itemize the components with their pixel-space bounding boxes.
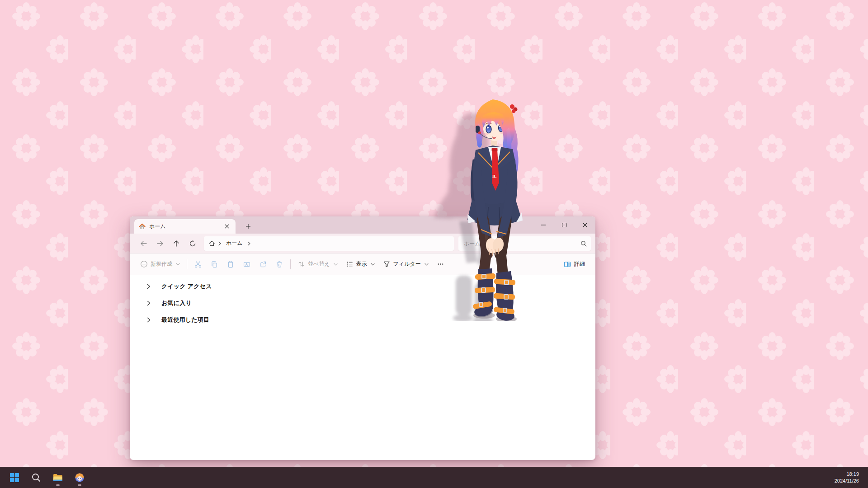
home-tab-icon [139, 223, 146, 230]
copy-icon [210, 260, 218, 268]
breadcrumb-segment-home[interactable]: ホーム [224, 239, 245, 248]
details-label: 詳細 [574, 260, 585, 268]
close-icon [225, 224, 229, 229]
new-item-label: 新規作成 [151, 260, 172, 268]
home-icon [208, 240, 215, 247]
refresh-button[interactable] [185, 236, 200, 251]
chevron-down-icon [371, 263, 375, 266]
sort-button[interactable]: 並べ替え [293, 257, 342, 272]
taskbar-search-button[interactable] [27, 469, 45, 487]
trash-icon [275, 260, 283, 268]
taskbar-clock[interactable]: 18:19 2024/11/26 [835, 471, 863, 484]
clock-date: 2024/11/26 [835, 478, 859, 484]
paste-icon [226, 260, 235, 268]
chevron-right-icon [218, 241, 222, 246]
arrow-left-icon [140, 240, 147, 247]
share-icon [259, 260, 267, 268]
filter-funnel-icon [383, 260, 391, 268]
details-pane-icon [563, 260, 571, 268]
file-explorer-icon [52, 473, 63, 483]
mascot-app-icon [74, 472, 85, 483]
group-label: お気に入り [161, 299, 192, 307]
new-item-button[interactable]: 新規作成 [136, 257, 184, 272]
clock-time: 18:19 [835, 471, 859, 478]
plus-circle-icon [140, 260, 148, 268]
rename-icon [243, 260, 251, 268]
windows-logo-icon [9, 473, 19, 483]
share-button[interactable] [255, 257, 271, 272]
taskbar: 18:19 2024/11/26 [0, 467, 868, 488]
view-list-icon [346, 260, 354, 268]
group-label: クイック アクセス [161, 282, 212, 291]
new-tab-button[interactable] [242, 220, 255, 233]
rename-button[interactable] [239, 257, 255, 272]
details-pane-button[interactable]: 詳細 [559, 257, 589, 272]
toolbar-separator [290, 259, 291, 269]
explorer-tab-home[interactable]: ホーム [134, 219, 236, 234]
copy-button[interactable] [206, 257, 222, 272]
toolbar-separator [187, 259, 187, 269]
view-button[interactable]: 表示 [342, 257, 379, 272]
sort-label: 並べ替え [308, 260, 330, 268]
filter-label: フィルター [393, 260, 421, 268]
tie-emblem: IL [492, 174, 497, 178]
chevron-right-icon [247, 241, 251, 246]
chevron-down-icon [176, 263, 180, 266]
search-icon [580, 240, 587, 247]
filter-button[interactable]: フィルター [379, 257, 433, 272]
cut-icon [194, 260, 202, 268]
taskbar-icons [5, 469, 89, 487]
tab-close-button[interactable] [223, 222, 231, 230]
mascot-boots [472, 268, 515, 321]
refresh-icon [189, 240, 196, 247]
arrow-up-icon [173, 240, 180, 247]
view-label: 表示 [356, 260, 367, 268]
start-button[interactable] [5, 469, 24, 487]
search-icon [31, 473, 41, 483]
delete-button[interactable] [271, 257, 288, 272]
mascot-blush [484, 133, 488, 136]
close-window-button[interactable] [575, 216, 595, 234]
chevron-right-icon [146, 284, 151, 289]
back-button[interactable] [136, 236, 151, 251]
running-indicator [56, 484, 60, 486]
taskbar-mascot-app-button[interactable] [71, 469, 89, 487]
chevron-right-icon [146, 300, 151, 306]
up-button[interactable] [169, 236, 184, 251]
address-bar[interactable]: ホーム [204, 236, 454, 251]
taskbar-file-explorer-button[interactable] [49, 469, 67, 487]
tab-title: ホーム [149, 223, 219, 230]
running-indicator [78, 484, 81, 486]
maximize-icon [561, 222, 567, 228]
plus-icon [245, 224, 251, 229]
arrow-right-icon [156, 240, 164, 247]
chevron-right-icon [146, 317, 151, 323]
sort-icon [297, 260, 305, 268]
forward-button[interactable] [152, 236, 168, 251]
desktop: { "wallpaper": { "bg": "#fbd0dc", "flowe… [0, 0, 868, 488]
cut-button[interactable] [190, 257, 206, 272]
maximize-button[interactable] [554, 216, 575, 234]
group-label: 最近使用した項目 [161, 316, 209, 324]
chevron-down-icon [334, 263, 338, 266]
desktop-mascot-character[interactable]: IL [425, 86, 543, 321]
paste-button[interactable] [222, 257, 239, 272]
close-icon [582, 222, 588, 228]
